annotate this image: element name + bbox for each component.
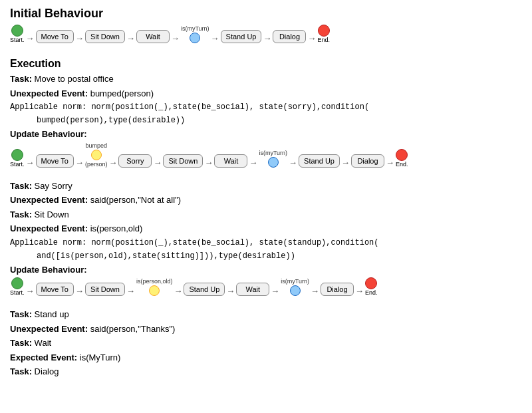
applicable-norm-1: Applicable norm: norm(position(_),state(… xyxy=(10,101,522,113)
arrow: → xyxy=(226,286,235,296)
start-label-3: Start. xyxy=(10,289,25,296)
unexpected-event-1: Unexpected Event: bumped(person) xyxy=(10,87,522,100)
arrow: → xyxy=(108,158,117,168)
page-title: Initial Behaviour xyxy=(10,7,522,21)
node-stand-up: Stand Up xyxy=(221,30,262,43)
node-dialog-2: Dialog xyxy=(351,154,384,168)
execution-title: Execution xyxy=(10,58,522,70)
end-label-3: End. xyxy=(365,289,378,296)
arrow: → xyxy=(211,33,219,43)
update-flow-2: Start. → Move To → Sit Down → is(person,… xyxy=(10,277,522,305)
arrow: → xyxy=(26,158,35,168)
event-label-ismyturn2: is(myTurn) xyxy=(259,150,287,156)
arrow: → xyxy=(174,286,182,296)
event-node-ismyturn2 xyxy=(268,157,279,168)
arrow: → xyxy=(126,33,135,43)
applicable-norm-1-cont: bumped(person),type(desirable)) xyxy=(37,114,522,126)
end-label-2: End. xyxy=(396,161,408,168)
initial-flow-diagram: Start. → Move To → Sit Down → Wait → is(… xyxy=(10,25,522,53)
arrow: → xyxy=(311,286,319,296)
arrow: → xyxy=(204,158,213,168)
node-move-to-3: Move To xyxy=(36,283,74,296)
node-move-to: Move To xyxy=(36,30,74,43)
start-label: Start. xyxy=(10,37,25,43)
expected-event-1: Expected Event: is(MyTurn) xyxy=(10,351,522,364)
update-behaviour-2: Update Behaviour: xyxy=(10,263,522,277)
arrow: → xyxy=(75,158,84,168)
event-node-person-old xyxy=(149,285,160,296)
node-stand-up-2: Stand Up xyxy=(299,154,340,168)
node-wait: Wait xyxy=(136,30,170,43)
arrow: → xyxy=(171,33,180,43)
task-2: Task: Say Sorry xyxy=(10,180,522,193)
event-node-ismyturn3 xyxy=(290,285,301,296)
arrow: → xyxy=(26,33,35,43)
start-node-3 xyxy=(11,277,23,289)
event-label-person-old: is(person,old) xyxy=(136,278,173,285)
arrow: → xyxy=(126,286,135,296)
event-label-ismyturn3: is(myTurn) xyxy=(281,278,309,285)
end-node-3 xyxy=(365,277,377,289)
start-node xyxy=(11,25,23,37)
task-5: Task: Wait xyxy=(10,337,522,350)
start-node-2 xyxy=(11,149,23,161)
unexpected-event-4: Unexpected Event: said(person,"Thanks") xyxy=(10,323,522,336)
node-move-to-2: Move To xyxy=(36,154,74,168)
applicable-norm-2-cont: and([is(person,old),state(sitting)])),ty… xyxy=(37,250,522,262)
arrow: → xyxy=(341,158,350,168)
event-label-bumped2: (person) xyxy=(85,161,108,168)
task-1: Task: Move to postal office xyxy=(10,72,522,86)
arrow: → xyxy=(263,33,271,43)
applicable-norm-2: Applicable norm: norm(position(_),state(… xyxy=(10,237,522,249)
task-4: Task: Stand up xyxy=(10,308,522,321)
end-node-2 xyxy=(396,149,408,161)
unexpected-event-3: Unexpected Event: is(person,old) xyxy=(10,222,522,235)
node-sorry: Sorry xyxy=(118,154,152,168)
update-behaviour-1: Update Behaviour: xyxy=(10,128,522,141)
start-label-2: Start. xyxy=(10,161,25,168)
arrow: → xyxy=(75,286,84,296)
update-flow-1: Start. → Move To → bumped (person) → Sor… xyxy=(10,142,522,177)
node-sit-down-3: Sit Down xyxy=(85,283,125,296)
unexpected-event-2: Unexpected Event: said(person,"Not at al… xyxy=(10,194,522,207)
event-node-bumped xyxy=(91,150,102,160)
arrow: → xyxy=(26,286,35,296)
end-node xyxy=(318,25,330,37)
arrow: → xyxy=(386,158,394,168)
task-6: Task: Dialog xyxy=(10,365,522,378)
arrow: → xyxy=(153,158,162,168)
node-wait-3: Wait xyxy=(236,283,269,296)
node-stand-up-3: Stand Up xyxy=(184,283,225,296)
end-label: End. xyxy=(317,37,330,43)
arrow: → xyxy=(75,33,84,43)
event-label: is(myTurn) xyxy=(181,25,209,32)
node-dialog: Dialog xyxy=(273,30,306,43)
arrow: → xyxy=(307,33,316,43)
node-wait-2: Wait xyxy=(214,154,247,168)
node-dialog-3: Dialog xyxy=(321,283,354,296)
event-node-ismyturn xyxy=(190,33,200,43)
arrow: → xyxy=(271,286,279,296)
arrow: → xyxy=(249,158,257,168)
node-sit-down: Sit Down xyxy=(85,30,125,43)
arrow: → xyxy=(355,286,364,296)
task-3: Task: Sit Down xyxy=(10,208,522,221)
arrow: → xyxy=(289,158,297,168)
node-sit-down-2: Sit Down xyxy=(163,154,203,168)
event-label-bumped: bumped xyxy=(85,142,107,149)
